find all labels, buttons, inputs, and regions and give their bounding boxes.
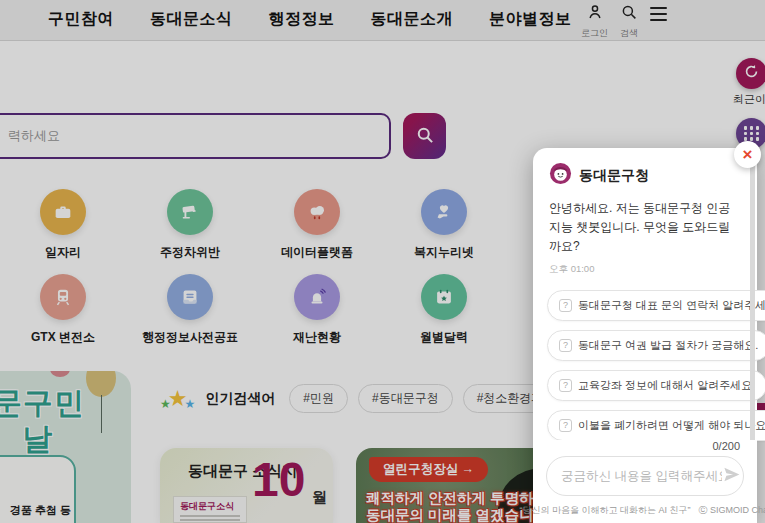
quick-reply-bedding-disposal[interactable]: 이불을 폐기하려면 어떻게 해야 되나요? bbox=[547, 410, 765, 441]
chatbot-message-time: 오후 01:00 bbox=[533, 257, 757, 276]
quick-reply-passport[interactable]: 동대문구 여권 발급 절차가 궁금해요. bbox=[547, 330, 765, 361]
send-icon[interactable] bbox=[722, 465, 741, 488]
chatbot-header: 동대문구청 bbox=[533, 148, 757, 189]
chat-close-button[interactable]: × bbox=[734, 141, 761, 168]
quick-reply-contact[interactable]: 동대문구청 대표 문의 연락처 알려주세요. bbox=[547, 290, 765, 321]
footer-quote: “당신의 마음을 이해하고 대화하는 AI 친구” bbox=[520, 504, 691, 517]
quick-reply-label: 교육강좌 정보에 대해서 알려주세요. bbox=[578, 378, 755, 393]
chatbot-title: 동대문구청 bbox=[579, 167, 649, 185]
quick-reply-education[interactable]: 교육강좌 정보에 대해서 알려주세요. bbox=[547, 370, 765, 401]
page: 구민참여 동대문소식 행정정보 동대문소개 분야별정보 로그인 bbox=[0, 0, 765, 523]
quick-reply-label: 동대문구청 대표 문의 연락처 알려주세요. bbox=[578, 298, 765, 313]
chatbot-avatar bbox=[549, 162, 572, 189]
close-icon: × bbox=[743, 146, 753, 163]
chat-message-input[interactable] bbox=[561, 469, 722, 483]
question-icon bbox=[559, 299, 572, 312]
quick-reply-label: 이불을 폐기하려면 어떻게 해야 되나요? bbox=[578, 418, 765, 433]
question-icon bbox=[559, 379, 572, 392]
quick-reply-label: 동대문구 여권 발급 절차가 궁금해요. bbox=[578, 338, 758, 353]
chat-footer: “당신의 마음을 이해하고 대화하는 AI 친구” ⓒ SIGMOID Chat bbox=[546, 496, 744, 517]
chatbot-greeting-message: 안녕하세요. 저는 동대문구청 인공지능 챗봇입니다. 무엇을 도와드릴까요? bbox=[533, 189, 757, 257]
chatbot-panel: 동대문구청 안녕하세요. 저는 동대문구청 인공지능 챗봇입니다. 무엇을 도와… bbox=[533, 148, 757, 523]
chat-input-wrap bbox=[546, 456, 744, 496]
char-counter: 0/200 bbox=[546, 440, 744, 456]
footer-brand: ⓒ SIGMOID Chat bbox=[699, 504, 765, 517]
question-icon bbox=[559, 339, 572, 352]
chat-input-area: 0/200 “당신의 마음을 이해하고 대화하는 AI 친구” ⓒ SIGMOI… bbox=[533, 440, 757, 523]
chat-scrollbar[interactable] bbox=[750, 164, 755, 450]
question-icon bbox=[559, 419, 572, 432]
chatbot-quick-replies: 동대문구청 대표 문의 연락처 알려주세요. 동대문구 여권 발급 절차가 궁금… bbox=[533, 276, 757, 441]
